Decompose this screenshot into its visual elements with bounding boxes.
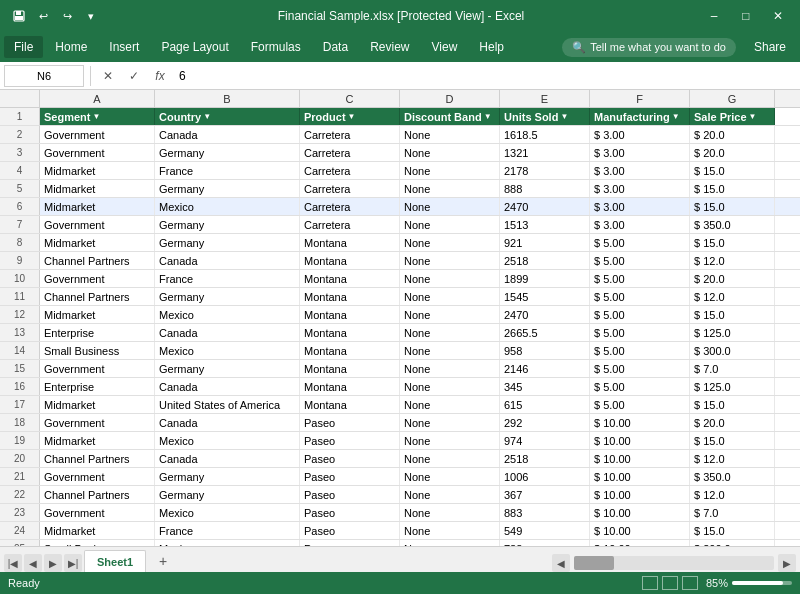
cell-product[interactable]: Montana (300, 324, 400, 341)
cell-units[interactable]: 1899 (500, 270, 590, 287)
cell-country[interactable]: Germany (155, 144, 300, 161)
cell-sale-price[interactable]: $ 350.0 (690, 468, 775, 485)
redo-icon[interactable]: ↪ (56, 5, 78, 27)
menu-file[interactable]: File (4, 36, 43, 58)
sheet-scroll-prev[interactable]: ◀ (24, 554, 42, 572)
cell-mfg-price[interactable]: $ 3.00 (590, 180, 690, 197)
cell-mfg-price[interactable]: $ 5.00 (590, 324, 690, 341)
cell-units[interactable]: 292 (500, 414, 590, 431)
menu-insert[interactable]: Insert (99, 36, 149, 58)
cell-discount[interactable]: None (400, 252, 500, 269)
header-product[interactable]: Product (300, 108, 400, 125)
cell-discount[interactable]: None (400, 216, 500, 233)
close-button[interactable]: ✕ (764, 2, 792, 30)
save-icon[interactable] (8, 5, 30, 27)
cell-sale-price[interactable]: $ 12.0 (690, 288, 775, 305)
cell-product[interactable]: Paseo (300, 468, 400, 485)
cell-mfg-price[interactable]: $ 3.00 (590, 162, 690, 179)
cell-country[interactable]: Canada (155, 252, 300, 269)
cell-discount[interactable]: None (400, 180, 500, 197)
cell-mfg-price[interactable]: $ 10.00 (590, 450, 690, 467)
cell-product[interactable]: Carretera (300, 162, 400, 179)
cell-discount[interactable]: None (400, 126, 500, 143)
cell-country[interactable]: Mexico (155, 504, 300, 521)
cell-segment[interactable]: Government (40, 468, 155, 485)
cell-country[interactable]: Germany (155, 288, 300, 305)
cell-sale-price[interactable]: $ 20.0 (690, 126, 775, 143)
cell-units[interactable]: 367 (500, 486, 590, 503)
cell-discount[interactable]: None (400, 450, 500, 467)
maximize-button[interactable]: □ (732, 2, 760, 30)
cell-units[interactable]: 2518 (500, 252, 590, 269)
cell-discount[interactable]: None (400, 360, 500, 377)
cell-product[interactable]: Carretera (300, 198, 400, 215)
col-header-d[interactable]: D (400, 90, 500, 107)
cell-reference-input[interactable] (4, 65, 84, 87)
cell-units[interactable]: 974 (500, 432, 590, 449)
cell-units[interactable]: 2146 (500, 360, 590, 377)
cell-units[interactable]: 2518 (500, 450, 590, 467)
cell-country[interactable]: Mexico (155, 540, 300, 546)
cell-units[interactable]: 549 (500, 522, 590, 539)
normal-view-button[interactable] (642, 576, 658, 590)
cell-segment[interactable]: Government (40, 144, 155, 161)
cell-segment[interactable]: Government (40, 360, 155, 377)
cell-units[interactable]: 2665.5 (500, 324, 590, 341)
cell-country[interactable]: Germany (155, 180, 300, 197)
cell-sale-price[interactable]: $ 125.0 (690, 324, 775, 341)
cell-segment[interactable]: Channel Partners (40, 252, 155, 269)
sheet-tab-sheet1[interactable]: Sheet1 (84, 550, 146, 572)
cell-discount[interactable]: None (400, 432, 500, 449)
cell-mfg-price[interactable]: $ 5.00 (590, 360, 690, 377)
col-header-e[interactable]: E (500, 90, 590, 107)
header-country[interactable]: Country (155, 108, 300, 125)
add-sheet-button[interactable]: + (152, 550, 174, 572)
cell-discount[interactable]: None (400, 198, 500, 215)
cell-sale-price[interactable]: $ 12.0 (690, 486, 775, 503)
sheet-scroll-next[interactable]: ▶ (44, 554, 62, 572)
cell-segment[interactable]: Channel Partners (40, 486, 155, 503)
cell-mfg-price[interactable]: $ 10.00 (590, 540, 690, 546)
cell-units[interactable]: 921 (500, 234, 590, 251)
cell-mfg-price[interactable]: $ 5.00 (590, 342, 690, 359)
cell-product[interactable]: Paseo (300, 504, 400, 521)
cell-discount[interactable]: None (400, 378, 500, 395)
cell-mfg-price[interactable]: $ 3.00 (590, 144, 690, 161)
menu-help[interactable]: Help (469, 36, 514, 58)
cell-product[interactable]: Paseo (300, 414, 400, 431)
header-units-sold[interactable]: Units Sold (500, 108, 590, 125)
cell-sale-price[interactable]: $ 300.0 (690, 540, 775, 546)
col-header-a[interactable]: A (40, 90, 155, 107)
cell-mfg-price[interactable]: $ 5.00 (590, 288, 690, 305)
cell-product[interactable]: Paseo (300, 540, 400, 546)
cell-mfg-price[interactable]: $ 3.00 (590, 198, 690, 215)
cell-segment[interactable]: Midmarket (40, 198, 155, 215)
menu-data[interactable]: Data (313, 36, 358, 58)
scroll-right-button[interactable]: ▶ (778, 554, 796, 572)
cell-country[interactable]: France (155, 162, 300, 179)
cell-country[interactable]: Germany (155, 216, 300, 233)
cell-country[interactable]: United States of America (155, 396, 300, 413)
page-layout-view-button[interactable] (662, 576, 678, 590)
cell-product[interactable]: Montana (300, 306, 400, 323)
cell-units[interactable]: 2470 (500, 198, 590, 215)
cell-mfg-price[interactable]: $ 10.00 (590, 414, 690, 431)
cell-discount[interactable]: None (400, 486, 500, 503)
sheet-scroll-first[interactable]: |◀ (4, 554, 22, 572)
cell-segment[interactable]: Government (40, 270, 155, 287)
menu-review[interactable]: Review (360, 36, 419, 58)
cell-units[interactable]: 1513 (500, 216, 590, 233)
cell-discount[interactable]: None (400, 504, 500, 521)
cell-segment[interactable]: Government (40, 126, 155, 143)
scroll-left-button[interactable]: ◀ (552, 554, 570, 572)
menu-view[interactable]: View (422, 36, 468, 58)
col-header-f[interactable]: F (590, 90, 690, 107)
cell-product[interactable]: Montana (300, 252, 400, 269)
cell-discount[interactable]: None (400, 324, 500, 341)
cell-sale-price[interactable]: $ 12.0 (690, 450, 775, 467)
col-header-b[interactable]: B (155, 90, 300, 107)
cell-sale-price[interactable]: $ 20.0 (690, 144, 775, 161)
cell-sale-price[interactable]: $ 15.0 (690, 198, 775, 215)
cell-product[interactable]: Paseo (300, 522, 400, 539)
share-button[interactable]: Share (744, 36, 796, 58)
